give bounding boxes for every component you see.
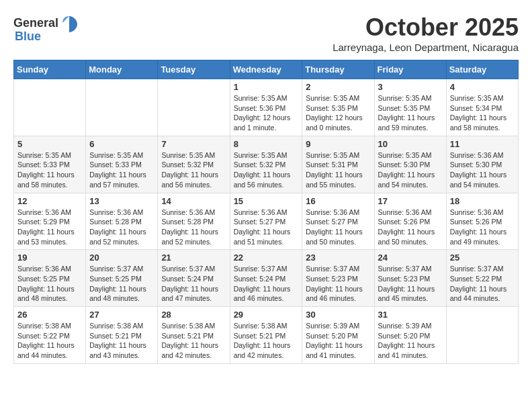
day-info: Sunrise: 5:37 AMSunset: 5:23 PMDaylight:… — [378, 264, 443, 304]
calendar-cell: 21Sunrise: 5:37 AMSunset: 5:24 PMDayligh… — [158, 250, 230, 307]
location-subtitle: Larreynaga, Leon Department, Nicaragua — [332, 42, 519, 53]
day-info: Sunrise: 5:36 AMSunset: 5:29 PMDaylight:… — [17, 208, 82, 247]
calendar-cell: 10Sunrise: 5:35 AMSunset: 5:30 PMDayligh… — [374, 136, 446, 193]
calendar-cell: 14Sunrise: 5:36 AMSunset: 5:28 PMDayligh… — [158, 193, 230, 250]
weekday-header-saturday: Saturday — [446, 60, 518, 79]
day-info: Sunrise: 5:36 AMSunset: 5:27 PMDaylight:… — [306, 208, 370, 247]
calendar-cell: 8Sunrise: 5:35 AMSunset: 5:32 PMDaylight… — [230, 136, 302, 193]
calendar-cell: 1Sunrise: 5:35 AMSunset: 5:36 PMDaylight… — [230, 79, 302, 136]
calendar-cell — [86, 79, 158, 136]
day-info: Sunrise: 5:35 AMSunset: 5:35 PMDaylight:… — [306, 93, 370, 133]
day-info: Sunrise: 5:38 AMSunset: 5:21 PMDaylight:… — [89, 321, 154, 361]
calendar-cell: 9Sunrise: 5:35 AMSunset: 5:31 PMDaylight… — [302, 136, 374, 193]
day-info: Sunrise: 5:37 AMSunset: 5:25 PMDaylight:… — [89, 264, 154, 304]
logo-blue: Blue — [15, 30, 41, 44]
day-number: 12 — [17, 196, 82, 206]
day-number: 20 — [89, 253, 154, 263]
day-number: 23 — [306, 253, 370, 263]
month-year-title: October 2025 — [332, 13, 519, 42]
calendar-cell: 15Sunrise: 5:36 AMSunset: 5:27 PMDayligh… — [230, 193, 302, 250]
day-number: 24 — [378, 253, 443, 263]
day-number: 21 — [161, 253, 226, 263]
day-info: Sunrise: 5:39 AMSunset: 5:20 PMDaylight:… — [378, 321, 443, 361]
calendar-cell — [446, 307, 518, 364]
day-number: 19 — [17, 253, 82, 263]
day-info: Sunrise: 5:36 AMSunset: 5:25 PMDaylight:… — [17, 264, 82, 304]
weekday-header-tuesday: Tuesday — [158, 60, 230, 79]
calendar-cell: 20Sunrise: 5:37 AMSunset: 5:25 PMDayligh… — [86, 250, 158, 307]
day-number: 30 — [306, 310, 370, 320]
calendar-cell: 25Sunrise: 5:37 AMSunset: 5:22 PMDayligh… — [446, 250, 518, 307]
day-info: Sunrise: 5:37 AMSunset: 5:24 PMDaylight:… — [234, 264, 299, 304]
day-number: 28 — [161, 310, 226, 320]
day-number: 8 — [234, 139, 299, 149]
weekday-header-thursday: Thursday — [302, 60, 374, 79]
day-number: 26 — [17, 310, 82, 320]
day-info: Sunrise: 5:38 AMSunset: 5:22 PMDaylight:… — [17, 321, 82, 361]
calendar-cell: 3Sunrise: 5:35 AMSunset: 5:35 PMDaylight… — [374, 79, 446, 136]
calendar-cell: 19Sunrise: 5:36 AMSunset: 5:25 PMDayligh… — [14, 250, 86, 307]
day-number: 27 — [89, 310, 154, 320]
day-number: 5 — [17, 139, 82, 149]
logo: General Blue — [13, 13, 79, 44]
day-number: 13 — [89, 196, 154, 206]
day-info: Sunrise: 5:38 AMSunset: 5:21 PMDaylight:… — [234, 321, 299, 361]
day-number: 17 — [378, 196, 443, 206]
calendar-cell — [158, 79, 230, 136]
weekday-header-wednesday: Wednesday — [230, 60, 302, 79]
calendar-cell: 18Sunrise: 5:36 AMSunset: 5:26 PMDayligh… — [446, 193, 518, 250]
weekday-header-sunday: Sunday — [14, 60, 86, 79]
calendar-cell: 5Sunrise: 5:35 AMSunset: 5:33 PMDaylight… — [14, 136, 86, 193]
calendar-cell: 12Sunrise: 5:36 AMSunset: 5:29 PMDayligh… — [14, 193, 86, 250]
calendar-cell — [14, 79, 86, 136]
week-row-4: 19Sunrise: 5:36 AMSunset: 5:25 PMDayligh… — [14, 250, 519, 307]
calendar-cell: 28Sunrise: 5:38 AMSunset: 5:21 PMDayligh… — [158, 307, 230, 364]
day-info: Sunrise: 5:35 AMSunset: 5:30 PMDaylight:… — [378, 150, 443, 190]
day-info: Sunrise: 5:39 AMSunset: 5:20 PMDaylight:… — [306, 321, 370, 361]
day-number: 1 — [234, 82, 299, 92]
day-number: 18 — [450, 196, 515, 206]
day-info: Sunrise: 5:37 AMSunset: 5:23 PMDaylight:… — [306, 264, 370, 304]
day-number: 9 — [306, 139, 370, 149]
day-info: Sunrise: 5:35 AMSunset: 5:31 PMDaylight:… — [306, 150, 370, 190]
calendar-cell: 27Sunrise: 5:38 AMSunset: 5:21 PMDayligh… — [86, 307, 158, 364]
day-info: Sunrise: 5:35 AMSunset: 5:36 PMDaylight:… — [234, 93, 299, 133]
calendar-cell: 17Sunrise: 5:36 AMSunset: 5:26 PMDayligh… — [374, 193, 446, 250]
day-info: Sunrise: 5:36 AMSunset: 5:26 PMDaylight:… — [450, 208, 515, 247]
day-number: 6 — [89, 139, 154, 149]
day-info: Sunrise: 5:36 AMSunset: 5:27 PMDaylight:… — [234, 208, 299, 247]
day-number: 25 — [450, 253, 515, 263]
page-header: General Blue October 2025 Larreynaga, Le… — [13, 13, 519, 53]
calendar-cell: 6Sunrise: 5:35 AMSunset: 5:33 PMDaylight… — [86, 136, 158, 193]
title-section: October 2025 Larreynaga, Leon Department… — [332, 13, 519, 53]
logo-general: General — [13, 16, 58, 30]
day-info: Sunrise: 5:35 AMSunset: 5:32 PMDaylight:… — [161, 150, 226, 190]
day-number: 16 — [306, 196, 370, 206]
calendar-cell: 22Sunrise: 5:37 AMSunset: 5:24 PMDayligh… — [230, 250, 302, 307]
calendar-cell: 2Sunrise: 5:35 AMSunset: 5:35 PMDaylight… — [302, 79, 374, 136]
day-number: 11 — [450, 139, 515, 149]
day-info: Sunrise: 5:35 AMSunset: 5:35 PMDaylight:… — [378, 93, 443, 133]
day-info: Sunrise: 5:36 AMSunset: 5:28 PMDaylight:… — [89, 208, 154, 247]
day-number: 31 — [378, 310, 443, 320]
day-number: 22 — [234, 253, 299, 263]
calendar-cell: 23Sunrise: 5:37 AMSunset: 5:23 PMDayligh… — [302, 250, 374, 307]
day-info: Sunrise: 5:35 AMSunset: 5:33 PMDaylight:… — [17, 150, 82, 190]
day-info: Sunrise: 5:36 AMSunset: 5:30 PMDaylight:… — [450, 150, 515, 190]
weekday-header-row: SundayMondayTuesdayWednesdayThursdayFrid… — [14, 60, 519, 79]
week-row-2: 5Sunrise: 5:35 AMSunset: 5:33 PMDaylight… — [14, 136, 519, 193]
week-row-5: 26Sunrise: 5:38 AMSunset: 5:22 PMDayligh… — [14, 307, 519, 364]
calendar-cell: 13Sunrise: 5:36 AMSunset: 5:28 PMDayligh… — [86, 193, 158, 250]
calendar-cell: 31Sunrise: 5:39 AMSunset: 5:20 PMDayligh… — [374, 307, 446, 364]
calendar-table: SundayMondayTuesdayWednesdayThursdayFrid… — [13, 60, 519, 364]
day-number: 7 — [161, 139, 226, 149]
weekday-header-friday: Friday — [374, 60, 446, 79]
day-number: 2 — [306, 82, 370, 92]
calendar-cell: 30Sunrise: 5:39 AMSunset: 5:20 PMDayligh… — [302, 307, 374, 364]
weekday-header-monday: Monday — [86, 60, 158, 79]
calendar-cell: 24Sunrise: 5:37 AMSunset: 5:23 PMDayligh… — [374, 250, 446, 307]
day-info: Sunrise: 5:37 AMSunset: 5:22 PMDaylight:… — [450, 264, 515, 304]
day-number: 10 — [378, 139, 443, 149]
calendar-cell: 26Sunrise: 5:38 AMSunset: 5:22 PMDayligh… — [14, 307, 86, 364]
day-info: Sunrise: 5:35 AMSunset: 5:34 PMDaylight:… — [450, 93, 515, 133]
